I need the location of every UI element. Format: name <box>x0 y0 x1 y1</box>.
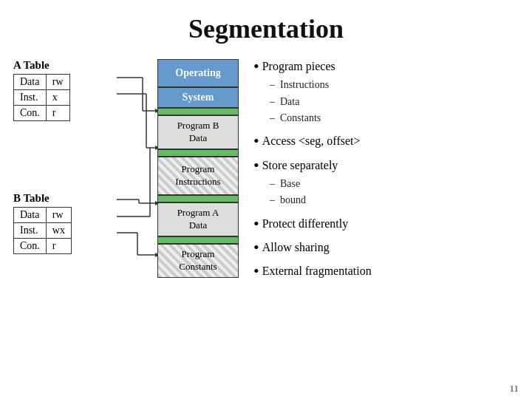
bullet-main-text: Access <seg, offset> <box>262 132 361 150</box>
bullet-main-text: External fragmentation <box>262 262 372 280</box>
bullet-protect: • Protect differently <box>253 215 519 233</box>
table-cell: rw <box>46 75 69 90</box>
center-area: Operating System Program B Data Program … <box>117 55 239 299</box>
segment-divider-4 <box>157 236 239 244</box>
segment-prog-b-data: Program B Data <box>157 115 239 149</box>
segment-divider-2 <box>157 149 239 157</box>
segment-stack: Operating System Program B Data Program … <box>157 59 239 278</box>
table-cell: Inst. <box>14 90 47 106</box>
segment-system: System <box>157 87 239 108</box>
segment-os: Operating <box>157 59 239 87</box>
b-table: B Table Data rw Inst. wx Con. r <box>13 192 109 254</box>
segment-prog-instructions: Program Instructions <box>157 157 239 195</box>
b-table-label: B Table <box>13 192 109 205</box>
table-cell: rw <box>46 208 71 223</box>
table-row: Inst. x <box>14 90 70 106</box>
bullet-main-text: Program pieces <box>262 58 335 75</box>
connector-lines <box>117 55 157 299</box>
table-cell: x <box>46 90 69 106</box>
bullet-dot: • <box>253 262 259 280</box>
table-cell: Data <box>14 75 47 90</box>
bullet-access: • Access <seg, offset> <box>253 132 519 150</box>
table-cell: r <box>46 106 69 121</box>
a-table-content: Data rw Inst. x Con. r <box>13 74 70 121</box>
bullet-dot: • <box>253 239 259 256</box>
table-cell: Con. <box>14 239 47 254</box>
bullet-sub-item: Data <box>270 94 519 110</box>
bullet-program-pieces: • Program pieces Instructions Data Const… <box>253 58 519 126</box>
a-table-label: A Table <box>13 59 109 72</box>
table-cell: r <box>46 239 71 254</box>
page-number: 11 <box>509 383 519 395</box>
bullet-fragmentation: • External fragmentation <box>253 262 519 280</box>
table-row: Con. r <box>14 239 72 254</box>
bullet-sub-item: bound <box>270 192 519 208</box>
table-cell: Inst. <box>14 223 47 239</box>
table-cell: wx <box>46 223 71 239</box>
bullet-sub-item: Constants <box>270 110 519 126</box>
table-cell: Con. <box>14 106 47 121</box>
table-row: Con. r <box>14 106 70 121</box>
bullet-sub-item: Base <box>270 176 519 192</box>
table-row: Data rw <box>14 75 70 90</box>
segment-divider-1 <box>157 108 239 115</box>
page-title: Segmentation <box>0 0 532 52</box>
bullet-main-text: Protect differently <box>262 215 349 233</box>
bullet-dot: • <box>253 58 259 75</box>
bullet-sub-item: Instructions <box>270 77 519 93</box>
bullet-dot: • <box>253 215 259 233</box>
tables-area: A Table Data rw Inst. x Con. r B Table <box>13 52 109 254</box>
bullet-main-text: Allow sharing <box>262 239 330 256</box>
bullet-sharing: • Allow sharing <box>253 239 519 256</box>
bullet-main-text: Store separately <box>262 157 338 174</box>
segment-prog-a-data: Program A Data <box>157 202 239 236</box>
bullet-subs: Instructions Data Constants <box>270 77 519 126</box>
bullet-subs: Base bound <box>270 176 519 209</box>
segment-prog-constants: Program Constants <box>157 244 239 278</box>
table-row: Data rw <box>14 208 72 223</box>
b-table-content: Data rw Inst. wx Con. r <box>13 207 72 254</box>
table-row: Inst. wx <box>14 223 72 239</box>
bullet-dot: • <box>253 157 259 174</box>
a-table: A Table Data rw Inst. x Con. r <box>13 59 109 121</box>
bullet-store-separately: • Store separately Base bound <box>253 157 519 209</box>
table-cell: Data <box>14 208 47 223</box>
bullets-area: • Program pieces Instructions Data Const… <box>246 52 519 286</box>
segment-divider-3 <box>157 195 239 202</box>
bullet-dot: • <box>253 132 259 150</box>
